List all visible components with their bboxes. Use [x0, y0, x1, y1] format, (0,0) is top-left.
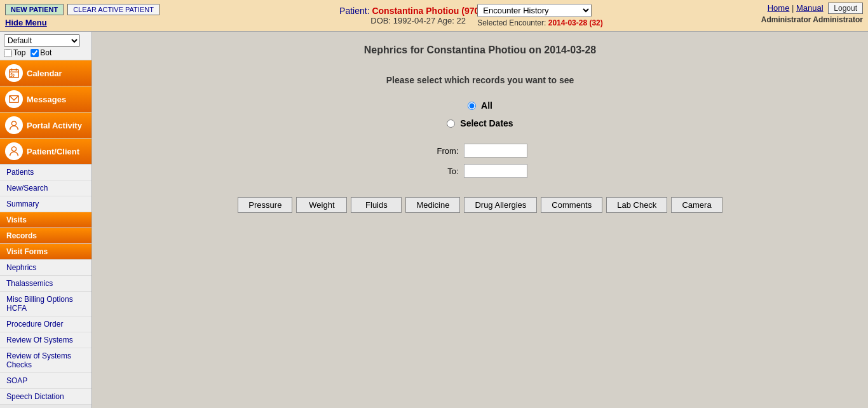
clear-patient-button[interactable]: CLEAR ACTIVE PATIENT	[67, 4, 159, 15]
sidebar-link-summary[interactable]: Summary	[0, 196, 92, 212]
to-label: To:	[433, 167, 459, 176]
hide-menu-link[interactable]: Hide Menu	[5, 18, 159, 27]
main-title: Nephrics for Constantina Photiou on 2014…	[111, 44, 849, 56]
record-button-medicine[interactable]: Medicine	[405, 197, 460, 213]
admin-label: Administrator Administrator	[761, 15, 863, 24]
new-patient-button[interactable]: NEW PATIENT	[5, 4, 64, 15]
sidebar-link-misc-billing[interactable]: Misc Billing Options HCFA	[0, 292, 92, 316]
sidebar-top-bot: Top Bot	[4, 48, 88, 57]
patient-client-label: Patient/Client	[27, 147, 79, 156]
patient-name-row: Patient: Constantina Photiou (970118)	[339, 6, 497, 16]
top-label: Top	[13, 48, 25, 57]
radio-dates-text: Select Dates	[460, 118, 513, 128]
patient-client-icon	[5, 142, 23, 160]
bot-checkbox[interactable]	[31, 49, 39, 57]
sidebar-top: Default Top Bot	[0, 32, 92, 60]
record-button-drug-allergies[interactable]: Drug Allergies	[464, 197, 537, 213]
svg-text:10: 10	[10, 73, 15, 78]
from-date-input[interactable]	[464, 144, 527, 158]
patient-dob: DOB: 1992-04-27 Age: 22	[339, 16, 497, 25]
record-button-comments[interactable]: Comments	[541, 197, 602, 213]
main-inner: Nephrics for Constantina Photiou on 2014…	[92, 32, 868, 226]
sidebar-link-review-of-systems[interactable]: Review Of Systems	[0, 332, 92, 348]
radio-all-label[interactable]: All	[468, 100, 492, 111]
sidebar-links: PatientsNew/SearchSummaryVisitsRecordsVi…	[0, 165, 92, 405]
sidebar-link-thalassemics[interactable]: Thalassemics	[0, 276, 92, 292]
header: NEW PATIENT CLEAR ACTIVE PATIENT Hide Me…	[0, 0, 868, 32]
svg-point-7	[11, 121, 16, 126]
header-right: Home | Manual Logout Administrator Admin…	[761, 3, 863, 24]
records-prompt: Please select which records you want to …	[111, 75, 849, 85]
sidebar-item-messages[interactable]: Messages	[0, 86, 92, 112]
date-section: From: To:	[111, 144, 849, 178]
selected-encounter-value: 2014-03-28 (32)	[548, 18, 603, 27]
svg-point-8	[11, 147, 16, 151]
from-label: From:	[433, 146, 459, 156]
messages-label: Messages	[27, 95, 66, 104]
radio-section: All Select Dates	[111, 100, 849, 128]
sidebar-link-speech-dictation[interactable]: Speech Dictation	[0, 389, 92, 405]
selected-encounter: Selected Encounter: 2014-03-28 (32)	[477, 18, 602, 27]
patient-label: Patient:	[339, 6, 369, 16]
calendar-icon: 10	[5, 64, 23, 82]
header-center: Patient: Constantina Photiou (970118) DO…	[339, 6, 497, 25]
to-row: To:	[433, 164, 527, 178]
radio-all-text: All	[481, 100, 492, 111]
manual-link[interactable]: Manual	[796, 3, 824, 13]
sidebar-link-patients[interactable]: Patients	[0, 165, 92, 180]
main-content: Nephrics for Constantina Photiou on 2014…	[92, 32, 868, 408]
record-button-fluids[interactable]: Fluids	[351, 197, 402, 213]
separator: |	[792, 3, 796, 13]
sidebar-link-soap[interactable]: SOAP	[0, 373, 92, 389]
sidebar-link-visit-forms[interactable]: Visit Forms	[0, 244, 92, 260]
calendar-label: Calendar	[27, 69, 62, 78]
sidebar-view-select[interactable]: Default	[4, 34, 80, 47]
radio-dates[interactable]	[447, 119, 455, 128]
from-row: From:	[433, 144, 527, 158]
header-buttons: NEW PATIENT CLEAR ACTIVE PATIENT	[5, 4, 159, 15]
encounter-select-row: Encounter History	[477, 4, 602, 17]
sidebar: Default Top Bot	[0, 32, 92, 408]
record-button-camera[interactable]: Camera	[671, 197, 722, 213]
header-left: NEW PATIENT CLEAR ACTIVE PATIENT Hide Me…	[5, 4, 159, 27]
sidebar-link-new-search[interactable]: New/Search	[0, 180, 92, 196]
header-links: Home | Manual Logout	[761, 3, 863, 14]
record-button-weight[interactable]: Weight	[296, 197, 347, 213]
record-button-lab-check[interactable]: Lab Check	[606, 197, 667, 213]
record-button-pressure[interactable]: Pressure	[238, 197, 292, 213]
portal-activity-label: Portal Activity	[27, 121, 82, 130]
sidebar-item-portal-activity[interactable]: Portal Activity	[0, 112, 92, 139]
header-encounter: Encounter History Selected Encounter: 20…	[477, 4, 602, 27]
messages-icon	[5, 90, 23, 108]
svg-rect-2	[16, 69, 17, 71]
radio-dates-label[interactable]: Select Dates	[447, 118, 513, 128]
svg-rect-1	[11, 69, 13, 71]
bot-label: Bot	[40, 48, 51, 57]
main-layout: Default Top Bot	[0, 32, 868, 408]
logout-button[interactable]: Logout	[828, 3, 863, 14]
sidebar-link-nephrics[interactable]: Nephrics	[0, 260, 92, 276]
portal-activity-icon	[5, 116, 23, 134]
sidebar-link-records[interactable]: Records	[0, 228, 92, 244]
home-link[interactable]: Home	[768, 3, 790, 13]
top-checkbox[interactable]	[4, 49, 12, 57]
sidebar-link-visits[interactable]: Visits	[0, 212, 92, 228]
sidebar-item-calendar[interactable]: 10 Calendar	[0, 60, 92, 86]
top-checkbox-label[interactable]: Top	[4, 48, 25, 57]
bot-checkbox-label[interactable]: Bot	[31, 48, 51, 57]
sidebar-link-procedure-order[interactable]: Procedure Order	[0, 316, 92, 332]
to-date-input[interactable]	[464, 164, 527, 178]
radio-all[interactable]	[468, 102, 476, 110]
sidebar-item-patient-client[interactable]: Patient/Client	[0, 139, 92, 165]
record-buttons-row: PressureWeightFluidsMedicineDrug Allergi…	[111, 197, 849, 213]
sidebar-link-review-of-systems-checks[interactable]: Review of Systems Checks	[0, 348, 92, 373]
encounter-history-select[interactable]: Encounter History	[477, 4, 592, 17]
selected-encounter-label: Selected Encounter:	[477, 18, 546, 27]
